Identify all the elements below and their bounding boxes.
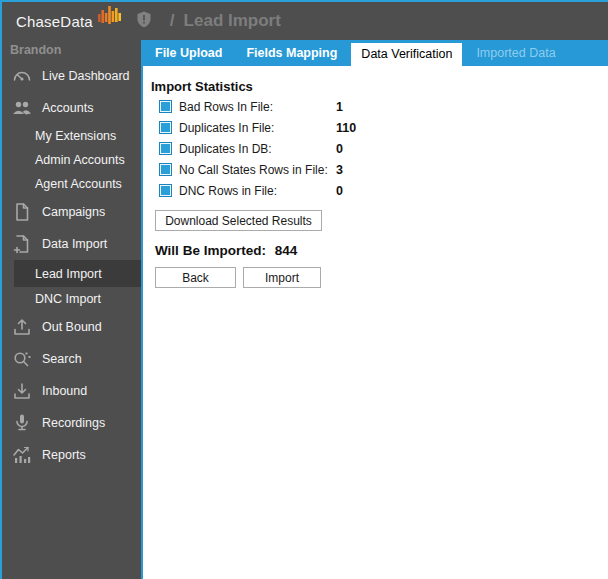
sidebar-item-label: Inbound — [42, 384, 87, 398]
download-icon — [10, 381, 34, 401]
sidebar-item-label: DNC Import — [35, 292, 101, 306]
download-selected-results-button[interactable]: Download Selected Results — [155, 210, 322, 231]
sidebar-item-agent-accounts[interactable]: Agent Accounts — [2, 172, 141, 196]
sidebar-item-label: Accounts — [42, 101, 93, 115]
sidebar-item-label: Lead Import — [35, 267, 102, 281]
app-window: ChaseData / Lead Import Br — [0, 0, 608, 579]
sidebar-item-reports[interactable]: Reports — [2, 439, 141, 471]
page-title: Lead Import — [184, 11, 281, 31]
sidebar-item-recordings[interactable]: Recordings — [2, 407, 141, 439]
will-be-imported-label: Will Be Imported: — [155, 243, 266, 258]
section-title: Import Statistics — [151, 79, 253, 94]
header-bar: ChaseData / Lead Import — [2, 2, 608, 40]
sidebar-item-inbound[interactable]: Inbound — [2, 375, 141, 407]
tab-data-verification[interactable]: Data Verification — [351, 43, 462, 66]
window-border-left — [0, 0, 2, 579]
stat-value: 1 — [336, 100, 343, 114]
sidebar-item-lead-import[interactable]: Lead Import — [14, 260, 141, 287]
will-be-imported: Will Be Imported: 844 — [155, 243, 297, 258]
stat-row-duplicates-file: Duplicates In File: 110 — [143, 117, 608, 138]
document-icon — [10, 202, 34, 222]
sidebar-item-label: Out Bound — [42, 320, 102, 334]
stat-value: 0 — [336, 142, 343, 156]
stat-row-duplicates-db: Duplicates In DB: 0 — [143, 138, 608, 159]
chart-icon — [10, 445, 34, 465]
breadcrumb-slash: / — [170, 11, 175, 31]
sidebar-item-label: Data Import — [42, 237, 107, 251]
upload-icon — [10, 317, 34, 337]
stat-row-dnc-rows: DNC Rows in File: 0 — [143, 180, 608, 201]
sidebar-user-label: Brandon — [2, 40, 141, 60]
stat-label: Duplicates In File: — [179, 121, 274, 135]
gauge-icon — [10, 67, 34, 85]
bad-rows-checkbox[interactable] — [159, 100, 172, 113]
stat-label: No Call States Rows in File: — [179, 163, 328, 177]
equalizer-icon — [98, 4, 124, 32]
duplicates-db-checkbox[interactable] — [159, 142, 172, 155]
stat-label: Duplicates In DB: — [179, 142, 272, 156]
tab-strip: File Upload Fields Mapping Data Verifica… — [143, 40, 608, 66]
sidebar-item-my-extensions[interactable]: My Extensions — [2, 124, 141, 148]
sidebar-item-out-bound[interactable]: Out Bound — [2, 311, 141, 343]
stat-value: 110 — [336, 121, 356, 135]
no-call-states-checkbox[interactable] — [159, 163, 172, 176]
import-button[interactable]: Import — [243, 267, 321, 288]
breadcrumb: / Lead Import — [170, 11, 281, 31]
sidebar-item-label: Reports — [42, 448, 86, 462]
stat-label: DNC Rows in File: — [179, 184, 277, 198]
window-border-top — [0, 0, 608, 2]
sidebar-item-label: My Extensions — [35, 129, 116, 143]
sidebar-item-label: Search — [42, 352, 82, 366]
sidebar-item-label: Live Dashboard — [42, 69, 130, 83]
sidebar-item-label: Admin Accounts — [35, 153, 125, 167]
sidebar-item-label: Agent Accounts — [35, 177, 122, 191]
dnc-rows-checkbox[interactable] — [159, 184, 172, 197]
sidebar-item-data-import[interactable]: Data Import — [2, 228, 141, 260]
sidebar-item-campaigns[interactable]: Campaigns — [2, 196, 141, 228]
tab-file-upload[interactable]: File Upload — [145, 40, 232, 66]
microphone-icon — [10, 413, 34, 433]
will-be-imported-value: 844 — [275, 243, 298, 258]
sidebar-item-live-dashboard[interactable]: Live Dashboard — [2, 60, 141, 92]
people-icon — [10, 99, 34, 117]
sidebar-item-label: Campaigns — [42, 205, 105, 219]
logo-text: ChaseData — [16, 13, 93, 30]
shield-alert-icon[interactable] — [136, 11, 152, 32]
search-icon — [10, 349, 34, 369]
stat-row-bad-rows: Bad Rows In File: 1 — [143, 96, 608, 117]
document-plus-icon — [10, 234, 34, 254]
sidebar-item-accounts[interactable]: Accounts — [2, 92, 141, 124]
sidebar-item-dnc-import[interactable]: DNC Import — [2, 287, 141, 311]
sidebar-item-admin-accounts[interactable]: Admin Accounts — [2, 148, 141, 172]
tab-imported-data: Imported Data — [466, 40, 565, 66]
duplicates-file-checkbox[interactable] — [159, 121, 172, 134]
sidebar-item-search[interactable]: Search — [2, 343, 141, 375]
stat-row-no-call-states: No Call States Rows in File: 3 — [143, 159, 608, 180]
stat-label: Bad Rows In File: — [179, 100, 273, 114]
sidebar-item-label: Recordings — [42, 416, 105, 430]
sidebar: Brandon Live Dashboard Account — [2, 40, 141, 579]
import-statistics-list: Bad Rows In File: 1 Duplicates In File: … — [143, 96, 608, 201]
content-panel: Import Statistics Bad Rows In File: 1 Du… — [143, 66, 608, 579]
stat-value: 0 — [336, 184, 343, 198]
back-button[interactable]: Back — [155, 267, 236, 288]
tab-fields-mapping[interactable]: Fields Mapping — [236, 40, 347, 66]
stat-value: 3 — [336, 163, 343, 177]
